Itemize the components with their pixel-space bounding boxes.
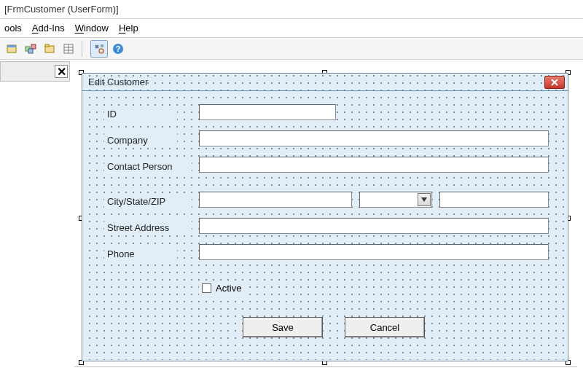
id-field[interactable]: [199, 104, 336, 120]
cancel-button[interactable]: Cancel: [345, 317, 425, 337]
form-designer-canvas[interactable]: Edit Customer ID Company Contact Person …: [79, 70, 571, 366]
bottom-scrollbar-track[interactable]: [74, 366, 577, 369]
contact-field[interactable]: [199, 157, 549, 173]
active-checkbox[interactable]: Active: [199, 281, 244, 295]
svg-rect-1: [7, 45, 16, 47]
checkbox-box: [202, 283, 211, 293]
label-phone: Phone: [104, 246, 177, 262]
svg-rect-3: [31, 44, 36, 49]
userform-titlebar[interactable]: Edit Customer: [82, 74, 568, 91]
tool-properties-icon[interactable]: [60, 40, 77, 58]
menubar: ools Add-Ins Window Help: [0, 19, 583, 38]
tool-components-icon[interactable]: [22, 40, 39, 58]
menu-addins[interactable]: Add-Ins: [32, 23, 65, 34]
project-explorer-header: ✕: [0, 61, 70, 82]
toolbar: ?: [0, 38, 583, 60]
label-contact: Contact Person: [104, 158, 192, 174]
tool-form-icon[interactable]: [3, 40, 20, 58]
close-x-icon: [550, 79, 559, 86]
close-icon[interactable]: ✕: [55, 65, 68, 78]
menu-help[interactable]: Help: [119, 23, 138, 34]
city-field[interactable]: [199, 192, 352, 208]
userform-caption: Edit Customer: [88, 77, 148, 87]
label-company: Company: [104, 132, 177, 148]
ide-title-text: [FrmCustomer (UserForm)]: [4, 4, 119, 15]
svg-rect-4: [28, 49, 33, 53]
menu-window[interactable]: Window: [75, 23, 109, 34]
toolbar-separator: [82, 41, 86, 57]
svg-rect-6: [45, 44, 49, 47]
svg-text:?: ?: [116, 44, 121, 53]
tool-project-icon[interactable]: [41, 40, 58, 58]
zip-field[interactable]: [439, 192, 549, 208]
tool-toolbox-icon[interactable]: [90, 40, 108, 58]
label-street: Street Address: [104, 219, 192, 235]
menu-tools[interactable]: ools: [4, 23, 22, 34]
chevron-down-icon[interactable]: [418, 193, 431, 206]
street-field[interactable]: [199, 218, 549, 234]
label-active: Active: [216, 283, 241, 294]
label-city-state-zip: City/State/ZIP: [104, 193, 192, 209]
company-field[interactable]: [199, 130, 549, 146]
phone-field[interactable]: [199, 244, 549, 260]
tool-help-icon[interactable]: ?: [109, 40, 127, 58]
userform-close-button[interactable]: [544, 76, 565, 89]
userform-body: ID Company Contact Person City/State/ZIP…: [82, 91, 568, 361]
save-button[interactable]: Save: [243, 317, 323, 337]
svg-point-11: [99, 49, 103, 53]
ide-titlebar: [FrmCustomer (UserForm)]: [0, 0, 583, 19]
svg-rect-12: [101, 44, 103, 47]
userform-edit-customer[interactable]: Edit Customer ID Company Contact Person …: [82, 73, 568, 361]
state-dropdown[interactable]: [359, 192, 432, 208]
label-id: ID: [104, 106, 177, 122]
